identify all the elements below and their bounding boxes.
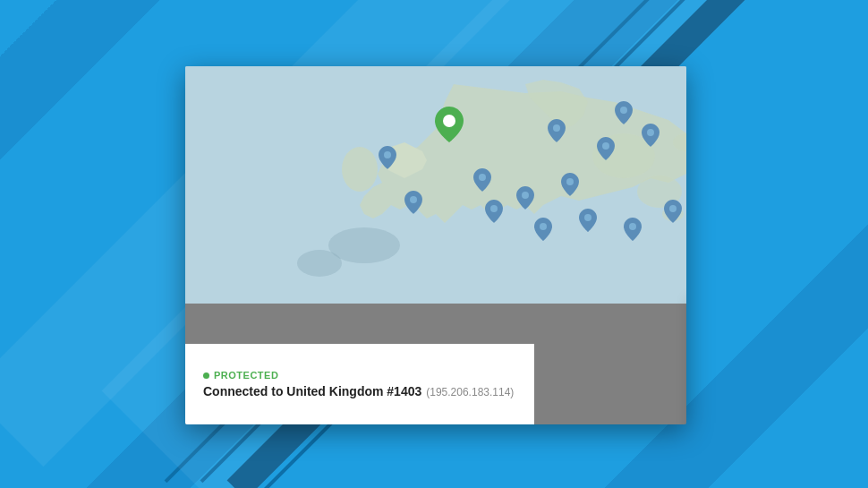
server-pin-13: [473, 168, 491, 192]
svg-point-13: [620, 107, 627, 114]
server-pin-1: [379, 146, 396, 169]
server-pin-7: [516, 186, 534, 210]
svg-point-21: [669, 205, 677, 212]
server-pin-3: [597, 137, 615, 160]
server-pin-10: [579, 209, 597, 232]
svg-rect-8: [185, 304, 686, 344]
bottom-bar: PROTECTED Connected to United Kingdom #1…: [185, 344, 686, 424]
server-pin-5: [642, 124, 660, 147]
svg-point-15: [566, 178, 574, 185]
svg-point-23: [410, 196, 417, 203]
server-pin-9: [534, 218, 552, 241]
svg-point-9: [443, 115, 455, 127]
svg-point-10: [384, 151, 391, 158]
protected-label: PROTECTED: [203, 370, 516, 381]
svg-point-11: [553, 124, 560, 132]
map-area: [185, 66, 686, 344]
server-pin-8: [485, 200, 503, 223]
svg-point-12: [602, 142, 609, 150]
server-pin-12: [664, 200, 682, 223]
vpn-window: PROTECTED Connected to United Kingdom #1…: [185, 66, 686, 424]
svg-point-20: [629, 223, 636, 230]
server-pin-2: [548, 119, 566, 142]
server-pin-14: [404, 191, 422, 214]
svg-point-5: [342, 147, 378, 192]
protected-dot: [203, 372, 209, 379]
active-location-pin: [435, 107, 464, 142]
connection-text: Connected to United Kingdom #1403: [203, 384, 421, 398]
status-panel: PROTECTED Connected to United Kingdom #1…: [185, 344, 534, 424]
server-pin-6: [561, 173, 579, 196]
svg-point-17: [490, 205, 498, 212]
server-pin-11: [624, 218, 642, 241]
svg-point-22: [479, 174, 486, 181]
svg-point-18: [540, 223, 547, 230]
svg-point-16: [522, 192, 529, 199]
svg-point-14: [647, 129, 654, 136]
svg-point-19: [584, 214, 591, 221]
connection-info: Connected to United Kingdom #1403 (195.2…: [203, 384, 516, 398]
ip-address: (195.206.183.114): [426, 386, 514, 398]
server-pin-4: [615, 101, 633, 124]
svg-point-4: [297, 250, 342, 277]
